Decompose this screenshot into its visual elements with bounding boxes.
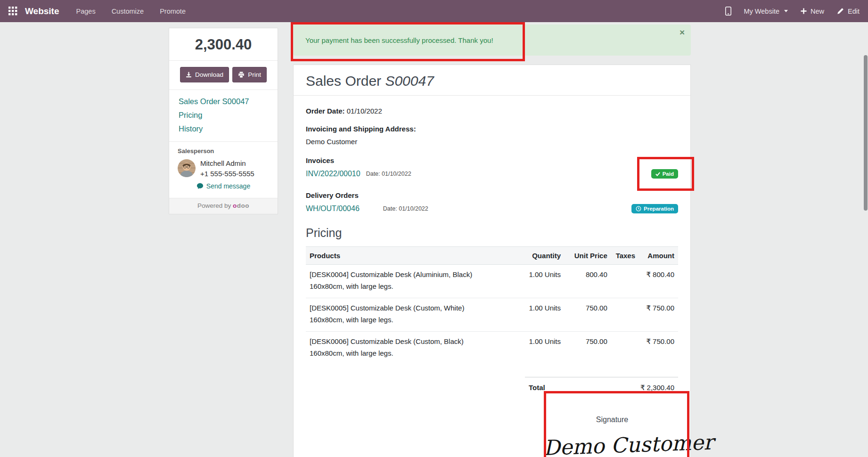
send-message-label: Send message (206, 182, 250, 190)
edit-button[interactable]: Edit (837, 8, 860, 15)
edit-label: Edit (848, 8, 860, 15)
order-total-amount: 2,300.40 (169, 28, 278, 61)
delivery-link[interactable]: WH/OUT/00046 (306, 204, 360, 213)
print-button[interactable]: Print (232, 67, 267, 82)
plus-icon (801, 8, 807, 14)
order-date-line: Order Date: 01/10/2022 (306, 107, 678, 115)
product-description: 160x80cm, with large legs. (310, 316, 510, 324)
sidebar-link-history[interactable]: History (179, 124, 268, 133)
product-amount: ₹ 750.00 (639, 332, 678, 365)
product-quantity: 1.00 Units (514, 265, 565, 298)
product-taxes (611, 265, 639, 298)
col-header-quantity: Quantity (514, 247, 565, 265)
delivery-date-value: 01/10/2022 (399, 205, 428, 212)
product-quantity: 1.00 Units (514, 298, 565, 332)
nav-item-customize[interactable]: Customize (112, 8, 144, 15)
order-title-reference: S00047 (385, 73, 434, 89)
signature-handwriting: Demo Customer (543, 431, 681, 457)
close-icon[interactable]: × (680, 28, 685, 37)
status-badge-preparation: Preparation (631, 204, 678, 213)
salesperson-section: Salesperson Mitchell Admin (169, 142, 278, 198)
powered-by-label: Powered by (197, 202, 231, 209)
salesperson-name: Mitchell Admin (200, 159, 254, 167)
col-header-taxes: Taxes (611, 247, 639, 265)
invoice-link[interactable]: INV/2022/00010 (306, 170, 360, 178)
product-name: [DESK0006] Customizable Desk (Custom, Bl… (310, 337, 510, 345)
send-message-link[interactable]: Send message (197, 182, 250, 190)
invoice-date-value: 01/10/2022 (382, 171, 411, 177)
print-label: Print (248, 71, 261, 78)
order-date-value: 01/10/2022 (347, 107, 382, 115)
sidebar-nav-links: Sales Order S00047 Pricing History (169, 90, 278, 142)
printer-icon (238, 72, 245, 78)
download-icon (186, 72, 192, 78)
order-header: Sales Order S00047 (294, 65, 690, 96)
sales-order-card: Sales Order S00047 Order Date: 01/10/202… (293, 65, 691, 457)
signature-block: Signature Demo Customer Demo Customer (543, 416, 681, 457)
vertical-scrollbar[interactable] (864, 55, 868, 211)
col-header-amount: Amount (639, 247, 678, 265)
chat-bubble-icon (197, 183, 204, 189)
order-body: Order Date: 01/10/2022 Invoicing and Shi… (294, 96, 690, 457)
sidebar-link-sales-order[interactable]: Sales Order S00047 (179, 97, 268, 106)
table-header-row: Products Quantity Unit Price Taxes Amoun… (306, 247, 678, 265)
send-message-row: Send message (178, 182, 269, 191)
sidebar-actions: Download Print (169, 61, 278, 90)
check-icon (655, 172, 660, 176)
page-title: Sales Order S00047 (306, 73, 678, 89)
delivery-date-label: Date: (383, 205, 397, 212)
nav-item-promote[interactable]: Promote (160, 8, 186, 15)
app-brand-website[interactable]: Website (25, 6, 59, 16)
product-name: [DESK0004] Customizable Desk (Aluminium,… (310, 270, 510, 278)
product-description: 160x80cm, with large legs. (310, 349, 510, 357)
order-date-label: Order Date: (306, 107, 345, 115)
mobile-icon (725, 7, 731, 16)
product-unit-price: 750.00 (565, 298, 611, 332)
col-header-unit-price: Unit Price (565, 247, 611, 265)
odoo-logo[interactable]: o (233, 202, 237, 209)
product-amount: ₹ 800.40 (639, 265, 678, 298)
top-navbar: Website Pages Customize Promote My Websi… (0, 0, 868, 22)
order-summary-sidebar: 2,300.40 Download Print Sales Order S000… (169, 28, 278, 214)
salesperson-details: Mitchell Admin +1 555-555-5555 (200, 159, 254, 178)
table-row: [DESK0006] Customizable Desk (Custom, Bl… (306, 332, 678, 365)
product-taxes (611, 298, 639, 332)
chevron-down-icon (784, 10, 788, 12)
delivery-date: Date: 01/10/2022 (383, 205, 428, 212)
product-taxes (611, 332, 639, 365)
nav-item-pages[interactable]: Pages (76, 8, 96, 15)
invoices-label: Invoices (306, 156, 678, 164)
mobile-preview-button[interactable] (725, 7, 731, 16)
paid-label: Paid (663, 171, 674, 177)
salesperson-heading: Salesperson (178, 147, 269, 155)
new-label: New (811, 8, 824, 15)
alert-message: Your payment has been successfully proce… (305, 36, 493, 44)
product-unit-price: 750.00 (565, 332, 611, 365)
product-quantity: 1.00 Units (514, 332, 565, 365)
address-label: Invoicing and Shipping Address: (306, 125, 678, 133)
address-value: Demo Customer (306, 138, 678, 146)
pencil-icon (837, 8, 844, 15)
salesperson-row: Mitchell Admin +1 555-555-5555 (178, 159, 269, 178)
invoice-row: INV/2022/00010 Date: 01/10/2022 Paid (306, 169, 678, 179)
preparation-label: Preparation (644, 206, 674, 212)
total-amount: ₹ 2,300.40 (640, 384, 674, 392)
invoice-date: Date: 01/10/2022 (366, 171, 411, 177)
portal-page: Website Pages Customize Promote My Websi… (0, 0, 868, 457)
avatar-photo (178, 159, 196, 177)
powered-by-footer: Powered by odoo (169, 198, 278, 214)
sidebar-link-pricing[interactable]: Pricing (179, 111, 268, 120)
avatar (178, 159, 196, 177)
delivery-orders-label: Delivery Orders (306, 191, 678, 199)
invoice-date-label: Date: (366, 171, 380, 177)
col-header-products: Products (306, 247, 514, 265)
delivery-row: WH/OUT/00046 Date: 01/10/2022 Preparatio… (306, 204, 678, 213)
apps-grid-icon[interactable] (8, 7, 17, 16)
new-button[interactable]: New (801, 8, 824, 15)
odoo-logo-rest: doo (237, 202, 249, 209)
pricing-table: Products Quantity Unit Price Taxes Amoun… (306, 246, 678, 365)
my-website-dropdown[interactable]: My Website (744, 8, 788, 15)
table-row: [DESK0004] Customizable Desk (Aluminium,… (306, 265, 678, 298)
clock-icon (636, 206, 641, 212)
download-button[interactable]: Download (180, 67, 229, 82)
